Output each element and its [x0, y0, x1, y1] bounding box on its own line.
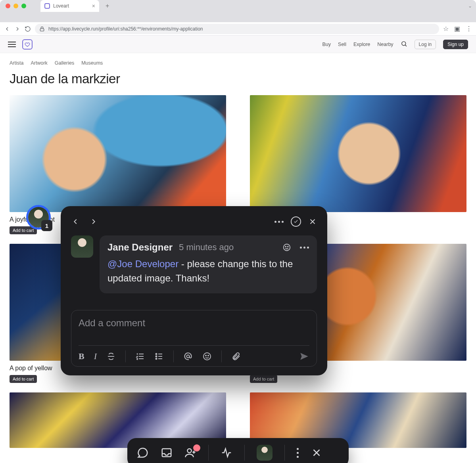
more-options-icon[interactable]: [274, 221, 284, 223]
svg-point-4: [288, 246, 288, 247]
comment-panel: Jane Designer 5 minutes ago @Joe Develop…: [61, 206, 327, 375]
close-window[interactable]: [6, 4, 10, 8]
search-icon[interactable]: [401, 40, 407, 48]
bookmark-icon[interactable]: ☆: [443, 25, 449, 33]
tab-close-icon[interactable]: ×: [92, 3, 95, 9]
ordered-list-button[interactable]: [135, 352, 145, 361]
invite-button[interactable]: [184, 447, 196, 459]
comment-body: @Joe Developer - please change this to t…: [107, 257, 309, 285]
inbox-button[interactable]: [161, 447, 173, 459]
login-button[interactable]: Log in: [415, 40, 436, 49]
tabs-dropdown-icon[interactable]: ⌄: [468, 3, 472, 9]
svg-point-5: [156, 354, 157, 355]
svg-point-9: [203, 353, 211, 360]
resolve-button[interactable]: [291, 216, 301, 227]
comment-time: 5 minutes ago: [179, 242, 234, 253]
comment-item: Jane Designer 5 minutes ago @Joe Develop…: [71, 235, 317, 293]
reload-button[interactable]: [25, 26, 31, 32]
app-logo[interactable]: [22, 39, 33, 50]
browser-menu-icon[interactable]: ⋮: [466, 25, 472, 33]
close-panel-button[interactable]: [308, 217, 317, 226]
prev-comment-button[interactable]: [71, 217, 80, 226]
svg-rect-0: [40, 29, 44, 31]
nav-explore[interactable]: Explore: [353, 42, 370, 47]
add-to-cart-button[interactable]: Add to cart: [10, 375, 37, 383]
comment-input[interactable]: Add a comment: [79, 318, 309, 341]
artwork-image[interactable]: [250, 95, 466, 212]
app-header: Buy Sell Explore Nearby Log in Sign up: [0, 36, 476, 53]
svg-point-11: [208, 355, 209, 356]
nav-sell[interactable]: Sell: [338, 42, 346, 47]
close-toolbar-button[interactable]: [311, 447, 322, 459]
svg-point-6: [156, 356, 157, 357]
strikethrough-button[interactable]: [106, 352, 116, 361]
browser-chrome: Loveart × + ⌄: [0, 0, 476, 22]
toolbar-menu-icon[interactable]: [297, 448, 299, 458]
artwork-image[interactable]: [10, 95, 226, 212]
react-button[interactable]: [282, 243, 291, 252]
comment-mode-button[interactable]: [137, 447, 149, 459]
new-tab-button[interactable]: +: [106, 2, 109, 10]
comment-pin[interactable]: 1: [26, 205, 51, 230]
url-text: https://app.livecycle.run/profile/uri:sh…: [48, 26, 203, 32]
nav-nearby[interactable]: Nearby: [377, 42, 393, 47]
page-content: Artista Artwork Galleries Museums Juan d…: [0, 53, 476, 455]
minimize-window[interactable]: [13, 4, 18, 8]
crumb-artwork[interactable]: Artwork: [31, 60, 47, 66]
send-button[interactable]: [299, 351, 309, 362]
menu-button[interactable]: [8, 42, 16, 47]
comment-composer: Add a comment B I: [71, 310, 317, 367]
breadcrumb: Artista Artwork Galleries Museums: [10, 60, 466, 66]
svg-point-8: [187, 355, 190, 358]
svg-point-7: [156, 358, 157, 360]
svg-point-2: [284, 244, 290, 251]
favicon-icon: [44, 3, 50, 9]
svg-point-10: [205, 355, 206, 356]
current-user-avatar[interactable]: [257, 445, 273, 461]
svg-point-1: [401, 41, 405, 45]
mention-button[interactable]: [183, 352, 193, 361]
window-controls: [4, 4, 26, 8]
svg-point-3: [285, 246, 286, 247]
collaboration-toolbar: [127, 438, 349, 463]
crumb-museums[interactable]: Museums: [81, 60, 103, 66]
activity-button[interactable]: [221, 447, 232, 459]
notification-badge: [193, 444, 200, 452]
italic-button[interactable]: I: [94, 351, 97, 362]
lock-icon: [39, 26, 45, 32]
maximize-window[interactable]: [21, 4, 26, 8]
svg-point-13: [188, 449, 192, 453]
bold-button[interactable]: B: [79, 351, 84, 362]
nav-buy[interactable]: Buy: [322, 42, 331, 47]
tab-title: Loveart: [53, 3, 69, 9]
avatar: [71, 235, 93, 258]
crumb-galleries[interactable]: Galleries: [55, 60, 74, 66]
next-comment-button[interactable]: [89, 217, 98, 226]
comment-count-badge: 1: [41, 220, 52, 231]
panel-icon[interactable]: ▣: [454, 25, 460, 33]
address-bar[interactable]: https://app.livecycle.run/profile/uri:sh…: [35, 24, 439, 34]
forward-button[interactable]: [14, 26, 21, 32]
add-to-cart-button[interactable]: Add to cart: [250, 375, 277, 383]
attach-button[interactable]: [231, 352, 241, 361]
bullet-list-button[interactable]: [154, 352, 164, 361]
mention[interactable]: @Joe Developer: [107, 258, 178, 269]
comment-menu-icon[interactable]: [300, 247, 309, 249]
comment-author: Jane Designer: [107, 242, 173, 253]
page-title: Juan de la markzier: [10, 71, 466, 86]
browser-toolbar: https://app.livecycle.run/profile/uri:sh…: [0, 22, 476, 36]
emoji-button[interactable]: [202, 352, 212, 361]
crumb-artista[interactable]: Artista: [10, 60, 23, 66]
browser-tab[interactable]: Loveart ×: [40, 0, 99, 12]
signup-button[interactable]: Sign up: [443, 40, 468, 49]
back-button[interactable]: [4, 26, 10, 32]
